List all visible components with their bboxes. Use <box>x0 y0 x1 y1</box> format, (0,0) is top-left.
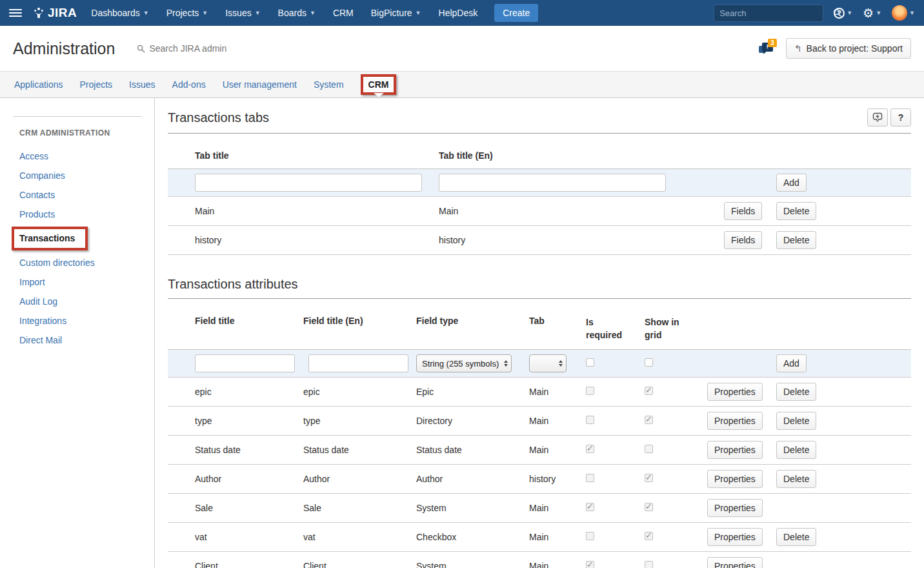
field-title-en-cell: Client <box>303 561 416 568</box>
navbar-search[interactable] <box>714 5 823 22</box>
tab-crm[interactable]: CRM <box>368 79 389 90</box>
add-tab-button[interactable]: Add <box>776 174 807 192</box>
back-to-project-button[interactable]: ↰ Back to project: Support <box>786 38 911 59</box>
field-title-en-cell: Sale <box>303 503 416 513</box>
tab-select[interactable] <box>529 354 567 372</box>
nav-item-issues[interactable]: Issues▼ <box>225 8 260 18</box>
field-title-cell: type <box>190 416 303 426</box>
tab-title-input[interactable] <box>195 174 422 192</box>
nav-item-label: Projects <box>166 8 199 18</box>
nav-item-crm[interactable]: CRM <box>333 8 354 18</box>
properties-button[interactable]: Properties <box>707 557 763 568</box>
sidebar-item-import[interactable]: Import <box>19 277 45 287</box>
settings-menu[interactable]: ⚙ ▼ <box>863 7 881 19</box>
tab-projects[interactable]: Projects <box>80 79 113 90</box>
delete-button[interactable]: Delete <box>776 470 816 488</box>
sidebar-item-transactions[interactable]: Transactions <box>19 233 75 243</box>
sidebar-row-access: Access <box>19 150 154 162</box>
sidebar-item-access[interactable]: Access <box>19 151 48 161</box>
delete-button[interactable]: Delete <box>776 528 816 546</box>
tab-cell: Main <box>529 532 586 542</box>
admin-search-input[interactable] <box>149 43 291 54</box>
admin-search[interactable] <box>137 43 291 54</box>
navbar-search-input[interactable] <box>719 8 833 18</box>
column-header-show-in-grid: Show in grid <box>645 316 707 341</box>
properties-button[interactable]: Properties <box>707 528 763 546</box>
create-button[interactable]: Create <box>494 4 538 22</box>
sidebar-item-integrations[interactable]: Integrations <box>19 316 66 326</box>
show-in-grid-checkbox <box>645 474 653 482</box>
nav-item-bigpicture[interactable]: BigPicture▼ <box>371 8 421 18</box>
sidebar-row-custom-directories: Custom directories <box>19 257 154 269</box>
help-menu[interactable]: ? ▼ <box>834 8 852 19</box>
top-navbar: JIRA Dashboards▼Projects▼Issues▼Boards▼C… <box>0 0 924 26</box>
field-title-cell: vat <box>190 532 303 542</box>
app-switcher-icon[interactable] <box>9 9 22 17</box>
annotate-button[interactable] <box>867 108 888 127</box>
delete-button[interactable]: Delete <box>776 202 816 220</box>
jira-logo[interactable]: JIRA <box>32 6 77 20</box>
navbar-menu: Dashboards▼Projects▼Issues▼Boards▼CRMBig… <box>91 8 477 18</box>
properties-button[interactable]: Properties <box>707 441 763 459</box>
sidebar-row-products: Products <box>19 208 154 220</box>
help-button[interactable]: ? <box>890 108 911 127</box>
field-type-select[interactable]: String (255 symbols) <box>416 354 512 372</box>
jira-logo-icon <box>32 6 45 19</box>
sidebar-item-custom-directories[interactable]: Custom directories <box>19 258 95 268</box>
delete-button[interactable]: Delete <box>776 441 816 459</box>
delete-button[interactable]: Delete <box>776 412 816 430</box>
properties-button[interactable]: Properties <box>707 470 763 488</box>
field-title-en-cell: epic <box>303 387 416 397</box>
tabs-table-add-row: Add <box>168 169 911 197</box>
nav-item-label: Issues <box>225 8 251 18</box>
nav-item-dashboards[interactable]: Dashboards▼ <box>91 8 148 18</box>
tab-system[interactable]: System <box>314 79 344 90</box>
tab-title-cell: Main <box>190 206 434 216</box>
nav-item-projects[interactable]: Projects▼ <box>166 8 208 18</box>
nav-item-helpdesk[interactable]: HelpDesk <box>439 8 478 18</box>
column-header-label: Tab <box>529 316 545 326</box>
field-title-en-cell: Status date <box>303 445 416 455</box>
field-title-en-cell: Author <box>303 474 416 484</box>
sidebar-item-companies[interactable]: Companies <box>19 170 65 181</box>
sidebar-item-audit-log[interactable]: Audit Log <box>19 296 57 307</box>
tab-add-ons[interactable]: Add-ons <box>172 79 206 90</box>
table-row: historyhistoryFieldsDelete <box>168 226 911 255</box>
navbar-right: ? ▼ ⚙ ▼ ▼ <box>714 5 915 22</box>
show-in-grid-checkbox[interactable] <box>645 358 653 367</box>
is-required-checkbox <box>586 474 594 482</box>
section-title-transactions-attributes: Transactions attributes <box>168 277 911 292</box>
sidebar-item-direct-mail[interactable]: Direct Mail <box>19 335 62 345</box>
properties-button[interactable]: Properties <box>707 499 763 517</box>
column-header-label: Is required <box>586 316 622 341</box>
field-title-input[interactable] <box>195 354 295 372</box>
feedback-bubble-icon[interactable]: ! 3 <box>759 40 777 57</box>
back-to-project-label: Back to project: Support <box>807 43 903 54</box>
tab-applications[interactable]: Applications <box>14 79 63 90</box>
delete-button[interactable]: Delete <box>776 383 816 401</box>
avatar <box>892 5 907 21</box>
is-required-checkbox[interactable] <box>586 358 594 367</box>
sidebar-item-products[interactable]: Products <box>19 209 55 219</box>
chevron-down-icon: ▼ <box>909 10 915 16</box>
properties-button[interactable]: Properties <box>707 383 763 401</box>
tab-title-en-input[interactable] <box>439 174 666 192</box>
sidebar-item-contacts[interactable]: Contacts <box>19 190 55 200</box>
delete-button[interactable]: Delete <box>776 231 816 249</box>
show-in-grid-checkbox <box>645 416 653 424</box>
profile-menu[interactable]: ▼ <box>892 5 915 21</box>
admin-header-right: ! 3 ↰ Back to project: Support <box>759 38 911 59</box>
tab-issues[interactable]: Issues <box>129 79 155 90</box>
properties-button[interactable]: Properties <box>707 412 763 430</box>
field-type-cell: Checkbox <box>416 532 529 542</box>
table-row: Status dateStatus dateStatus dateMainPro… <box>168 436 911 465</box>
field-title-en-input[interactable] <box>308 354 408 372</box>
tab-user-management[interactable]: User management <box>223 79 297 90</box>
field-title-cell: Author <box>190 474 303 484</box>
add-attribute-button[interactable]: Add <box>776 354 807 372</box>
tab-cell: Main <box>529 561 586 568</box>
fields-button[interactable]: Fields <box>724 202 762 220</box>
admin-tab-bar: ApplicationsProjectsIssuesAdd-onsUser ma… <box>0 71 924 98</box>
fields-button[interactable]: Fields <box>724 231 762 249</box>
nav-item-boards[interactable]: Boards▼ <box>278 8 316 18</box>
